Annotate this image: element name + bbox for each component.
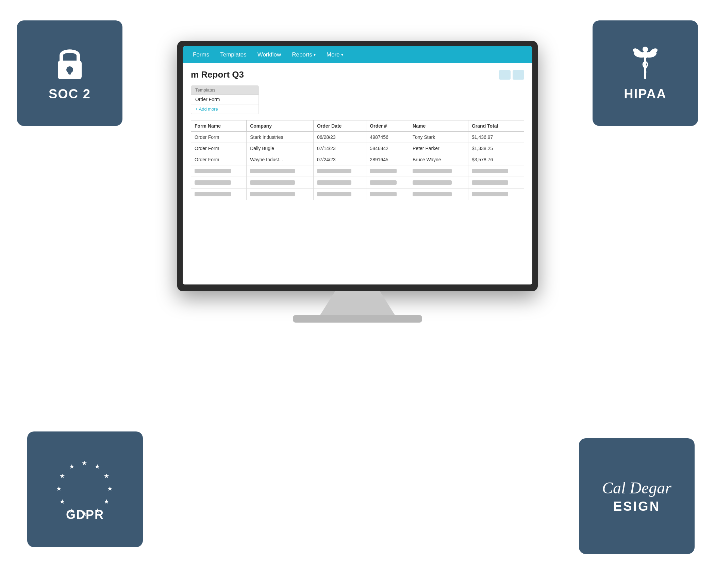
nav-bar: Forms Templates Workflow Reports ▾ More	[183, 46, 532, 63]
gdpr-star: ★	[95, 508, 100, 514]
gdpr-star: ★	[69, 463, 74, 470]
gdpr-star: ★	[95, 463, 100, 470]
table-row: Order FormWayne Indust...07/24/232891645…	[191, 154, 524, 165]
table-row: Order FormStark Industries06/28/23498745…	[191, 132, 524, 143]
col-order-num: Order #	[366, 120, 409, 132]
sidebar-templates-header: Templates	[191, 86, 259, 95]
table-placeholder-row	[191, 165, 524, 177]
svg-rect-3	[644, 49, 646, 79]
data-table: Form Name Company Order Date Order # Nam…	[191, 120, 524, 200]
gdpr-star: ★	[60, 473, 65, 479]
soc2-label: SOC 2	[49, 87, 91, 101]
col-grand-total: Grand Total	[468, 120, 524, 132]
esign-badge: Cal Degar ESIGN	[579, 438, 695, 554]
col-name: Name	[409, 120, 468, 132]
sidebar-section: Templates Order Form + Add more	[191, 85, 259, 114]
gdpr-star: ★	[60, 499, 65, 505]
esign-label: ESIGN	[613, 499, 660, 514]
report-header: m Report Q3	[191, 69, 524, 80]
table-placeholder-row	[191, 177, 524, 189]
hipaa-badge: HIPAA	[593, 20, 698, 126]
col-company: Company	[247, 120, 314, 132]
action-btn-1[interactable]	[499, 70, 511, 80]
nav-forms[interactable]: Forms	[188, 49, 214, 61]
lock-icon	[54, 45, 85, 84]
soc2-badge: SOC 2	[17, 20, 122, 126]
nav-workflow[interactable]: Workflow	[253, 49, 286, 61]
monitor: Forms Templates Workflow Reports ▾ More	[177, 41, 538, 323]
col-order-date: Order Date	[313, 120, 366, 132]
table-row: Order FormDaily Bugle07/14/235846842Pete…	[191, 143, 524, 154]
gdpr-star: ★	[56, 486, 62, 492]
action-btn-2[interactable]	[513, 70, 524, 80]
gdpr-star: ★	[104, 473, 109, 479]
gdpr-star: ★	[82, 460, 87, 466]
gdpr-badge: ★★★★★★★★★★★★ GDPR	[27, 431, 143, 547]
gdpr-star: ★	[82, 511, 87, 517]
gdpr-star: ★	[104, 499, 109, 505]
svg-rect-2	[68, 70, 71, 75]
table-placeholder-row	[191, 189, 524, 200]
caduceus-icon	[630, 45, 661, 84]
sidebar-add-more[interactable]: + Add more	[191, 104, 259, 114]
gdpr-star: ★	[69, 508, 74, 514]
nav-reports[interactable]: Reports ▾	[287, 49, 320, 61]
sidebar-order-form[interactable]: Order Form	[191, 95, 259, 104]
esign-signature: Cal Degar	[602, 478, 671, 497]
nav-templates[interactable]: Templates	[215, 49, 251, 61]
report-title: m Report Q3	[191, 69, 244, 80]
hipaa-label: HIPAA	[624, 87, 666, 101]
gdpr-star: ★	[107, 486, 113, 492]
svg-point-4	[643, 47, 648, 52]
col-form-name: Form Name	[191, 120, 247, 132]
gdpr-stars-circle: ★★★★★★★★★★★★	[53, 457, 117, 521]
nav-more[interactable]: More ▾	[322, 49, 348, 61]
